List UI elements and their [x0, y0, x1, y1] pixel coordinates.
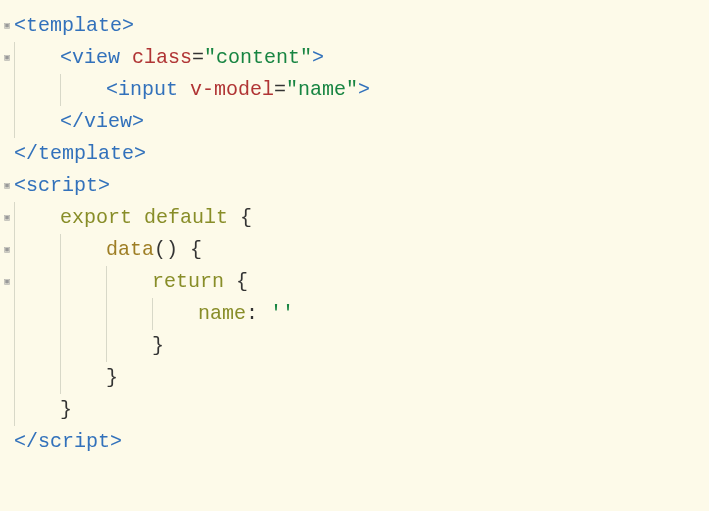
indent-guide — [60, 362, 106, 394]
code-content[interactable]: <script> — [14, 170, 110, 202]
indent-guide — [60, 74, 106, 106]
code-content[interactable]: </view> — [60, 106, 144, 138]
token-keyword: export default — [60, 202, 228, 234]
token-tag-bracket: > — [110, 426, 122, 458]
token-attr-name: v-model — [190, 74, 274, 106]
token-tag-bracket: < — [14, 170, 26, 202]
token-brace: } — [106, 362, 118, 394]
code-line[interactable]: </view> — [0, 106, 709, 138]
code-content[interactable]: data() { — [106, 234, 202, 266]
code-line[interactable]: } — [0, 394, 709, 426]
fold-icon[interactable]: ▣ — [4, 22, 9, 31]
indent-guide — [14, 362, 60, 394]
token-plain — [224, 266, 236, 298]
indent-guide — [14, 266, 60, 298]
token-tag-bracket: > — [132, 106, 144, 138]
code-line[interactable]: ▣export default { — [0, 202, 709, 234]
code-line[interactable]: ▣<view class="content"> — [0, 42, 709, 74]
token-tag-name: input — [118, 74, 178, 106]
indent-guide — [60, 234, 106, 266]
token-string: '' — [270, 298, 294, 330]
code-content[interactable]: export default { — [60, 202, 252, 234]
token-plain: = — [192, 42, 204, 74]
code-content[interactable]: <view class="content"> — [60, 42, 324, 74]
token-tag-bracket: > — [122, 10, 134, 42]
token-tag-bracket: > — [134, 138, 146, 170]
indent-guide — [14, 234, 60, 266]
code-line[interactable]: } — [0, 362, 709, 394]
token-tag-bracket: < — [106, 74, 118, 106]
indent-guide — [60, 330, 106, 362]
indent-guide — [60, 298, 106, 330]
gutter-fold-marker[interactable]: ▣ — [0, 246, 14, 255]
token-tag-name: script — [38, 426, 110, 458]
token-tag-bracket: </ — [60, 106, 84, 138]
token-func-name: data — [106, 234, 154, 266]
token-tag-name: view — [72, 42, 120, 74]
code-content[interactable]: } — [60, 394, 72, 426]
indent-guide — [106, 330, 152, 362]
indent-guide — [60, 266, 106, 298]
token-tag-bracket: </ — [14, 426, 38, 458]
indent-guide — [14, 394, 60, 426]
indent-guide — [14, 74, 60, 106]
code-content[interactable]: } — [152, 330, 164, 362]
code-line[interactable]: </script> — [0, 426, 709, 458]
code-content[interactable]: <template> — [14, 10, 134, 42]
gutter-fold-marker[interactable]: ▣ — [0, 214, 14, 223]
token-tag-name: template — [38, 138, 134, 170]
token-tag-name: template — [26, 10, 122, 42]
code-content[interactable]: name: '' — [198, 298, 294, 330]
indent-guide — [106, 298, 152, 330]
code-content[interactable]: } — [106, 362, 118, 394]
token-plain — [178, 234, 190, 266]
indent-guide — [152, 298, 198, 330]
code-line[interactable]: <input v-model="name"> — [0, 74, 709, 106]
code-content[interactable]: <input v-model="name"> — [106, 74, 370, 106]
token-brace: () — [154, 234, 178, 266]
indent-guide — [14, 202, 60, 234]
gutter-fold-marker[interactable]: ▣ — [0, 278, 14, 287]
token-prop-name: name — [198, 298, 246, 330]
token-attr-value: "content" — [204, 42, 312, 74]
fold-icon[interactable]: ▣ — [4, 278, 9, 287]
token-plain: = — [274, 74, 286, 106]
token-tag-name: view — [84, 106, 132, 138]
code-line[interactable]: ▣<script> — [0, 170, 709, 202]
fold-icon[interactable]: ▣ — [4, 54, 9, 63]
token-attr-value: "name" — [286, 74, 358, 106]
gutter-fold-marker[interactable]: ▣ — [0, 22, 14, 31]
token-tag-bracket: > — [98, 170, 110, 202]
fold-icon[interactable]: ▣ — [4, 246, 9, 255]
token-brace: { — [236, 266, 248, 298]
indent-guide — [14, 106, 60, 138]
code-content[interactable]: </template> — [14, 138, 146, 170]
token-plain: : — [246, 298, 270, 330]
token-brace: { — [240, 202, 252, 234]
code-line[interactable]: </template> — [0, 138, 709, 170]
fold-icon[interactable]: ▣ — [4, 182, 9, 191]
code-line[interactable]: name: '' — [0, 298, 709, 330]
token-tag-bracket: > — [312, 42, 324, 74]
gutter-fold-marker[interactable]: ▣ — [0, 54, 14, 63]
code-editor[interactable]: ▣<template>▣<view class="content"><input… — [0, 10, 709, 458]
token-tag-bracket: </ — [14, 138, 38, 170]
token-brace: } — [152, 330, 164, 362]
token-tag-bracket: < — [14, 10, 26, 42]
token-tag-name: script — [26, 170, 98, 202]
token-plain — [228, 202, 240, 234]
fold-icon[interactable]: ▣ — [4, 214, 9, 223]
indent-guide — [14, 330, 60, 362]
code-content[interactable]: return { — [152, 266, 248, 298]
gutter-fold-marker[interactable]: ▣ — [0, 182, 14, 191]
indent-guide — [106, 266, 152, 298]
token-plain — [120, 42, 132, 74]
indent-guide — [14, 298, 60, 330]
code-line[interactable]: ▣data() { — [0, 234, 709, 266]
code-line[interactable]: ▣return { — [0, 266, 709, 298]
token-keyword: return — [152, 266, 224, 298]
token-tag-bracket: < — [60, 42, 72, 74]
code-line[interactable]: ▣<template> — [0, 10, 709, 42]
code-line[interactable]: } — [0, 330, 709, 362]
code-content[interactable]: </script> — [14, 426, 122, 458]
